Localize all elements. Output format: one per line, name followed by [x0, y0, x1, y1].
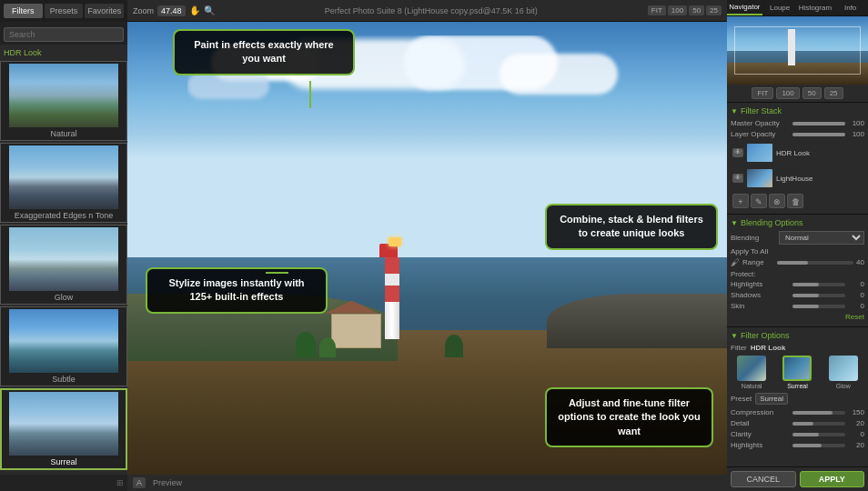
- search-input[interactable]: [4, 27, 124, 42]
- layer-eye-lh[interactable]: 👁: [732, 174, 743, 183]
- fit-btn-25[interactable]: 25: [706, 5, 722, 15]
- zoom-tool-icon[interactable]: 🔍: [204, 5, 215, 15]
- blending-options-title: ▼ Blending Options: [731, 218, 864, 227]
- callout-combine: Combine, stack & blend filters to create…: [545, 204, 718, 250]
- main-canvas[interactable]: Paint in effects exactly where you want …: [127, 22, 727, 475]
- clarity-fill: [792, 433, 819, 436]
- callout-paint-text: Paint in effects exactly where you want: [194, 39, 333, 64]
- layer-lh: 👁 LightHouse: [731, 166, 864, 190]
- reset-link[interactable]: Reset: [731, 313, 864, 321]
- left-panel-footer: ⊞: [0, 475, 127, 491]
- search-bar: [0, 22, 127, 45]
- preset-row-value: Surreal: [755, 393, 788, 405]
- shadows-track[interactable]: [792, 294, 845, 297]
- compression-track[interactable]: [792, 411, 845, 415]
- lighthouse-light: [389, 237, 401, 246]
- apply-to-label: Apply To All: [731, 247, 864, 256]
- rpanel-tab-navigator[interactable]: Navigator: [727, 0, 762, 15]
- shoreline-right: [547, 294, 727, 348]
- preset-thumb-subtle: [9, 309, 118, 373]
- filter-thumbnails: Natural Surreal Glow: [731, 356, 864, 389]
- clarity-row: Clarity 0: [731, 430, 864, 438]
- master-opacity-label: Master Opacity: [731, 119, 790, 127]
- layer-name-lh: LightHouse: [776, 175, 863, 183]
- apply-button[interactable]: APPLY: [800, 471, 865, 487]
- filter-options-arrow: ▼: [731, 332, 738, 340]
- detail-track[interactable]: [792, 422, 845, 426]
- left-panel-tabs: Filters Presets Favorites: [0, 0, 127, 22]
- tab-presets[interactable]: Presets: [45, 4, 84, 18]
- fit-buttons-right: FIT 100 50 25: [648, 5, 722, 15]
- brush-label: Range: [742, 258, 774, 266]
- shadows-fill: [792, 294, 819, 297]
- cloud-4: [500, 54, 618, 95]
- fit-btn-fit[interactable]: FIT: [648, 5, 666, 15]
- nav-btn-25[interactable]: 25: [824, 87, 843, 99]
- shadows-value: 0: [848, 291, 864, 299]
- fo-highlights-label: Highlights: [731, 441, 790, 449]
- rpanel-tab-histogram[interactable]: Histogram: [798, 0, 833, 15]
- compression-value: 150: [848, 408, 864, 416]
- tab-favorites[interactable]: Favorites: [85, 4, 124, 18]
- brush-value: 40: [856, 258, 864, 266]
- preset-item-exaggerated[interactable]: Exaggerated Edges n Tone: [0, 143, 127, 223]
- blending-mode-row: Blending Normal: [731, 231, 864, 245]
- preset-item-glow[interactable]: Glow: [0, 225, 127, 305]
- keepers-house: [331, 314, 381, 348]
- rpanel-tab-loupe[interactable]: Loupe: [762, 0, 798, 15]
- layer-add-btn[interactable]: +: [732, 194, 749, 208]
- fo-highlights-track[interactable]: [792, 444, 845, 447]
- preset-item-subtle[interactable]: Subtle: [0, 306, 127, 386]
- callout-combine-text: Combine, stack & blend filters to create…: [560, 214, 703, 238]
- hand-tool-icon[interactable]: ✋: [189, 5, 200, 15]
- detail-value: 20: [848, 419, 864, 427]
- rpanel-tab-info[interactable]: Info: [833, 0, 868, 15]
- skin-track[interactable]: [792, 305, 845, 308]
- clarity-label: Clarity: [731, 430, 790, 438]
- filter-thumb-glow[interactable]: Glow: [829, 356, 858, 389]
- filter-thumb-natural-img: [737, 356, 766, 381]
- layer-eye-hdr[interactable]: 👁: [732, 148, 743, 157]
- highlights-track[interactable]: [792, 283, 845, 286]
- layer-opacity-track[interactable]: [792, 133, 845, 136]
- compression-label: Compression: [731, 408, 790, 416]
- filter-thumb-natural[interactable]: Natural: [737, 356, 766, 389]
- layer-delete-btn[interactable]: 🗑: [787, 194, 803, 208]
- brush-slider[interactable]: [777, 261, 853, 265]
- fo-highlights-fill: [792, 444, 822, 447]
- nav-btn-50[interactable]: 50: [802, 87, 822, 99]
- nav-btn-fit[interactable]: FIT: [752, 87, 773, 99]
- skin-row: Skin 0: [731, 302, 864, 310]
- callout-paint-effects: Paint in effects exactly where you want: [173, 29, 355, 75]
- filter-thumb-natural-label: Natural: [742, 383, 762, 389]
- preset-label-glow: Glow: [55, 293, 74, 302]
- preset-thumb-exaggerated: [9, 145, 118, 209]
- layer-opacity-row: Layer Opacity 100: [731, 130, 864, 138]
- master-opacity-track[interactable]: [792, 122, 845, 125]
- preset-item-surreal[interactable]: Surreal: [0, 388, 127, 470]
- fit-btn-50[interactable]: 50: [689, 5, 704, 15]
- tree-3: [445, 335, 463, 357]
- layer-thumb-lh: [747, 169, 772, 187]
- preview-toggle-icon[interactable]: A: [133, 477, 146, 488]
- blending-mode-select[interactable]: Normal: [779, 231, 864, 245]
- filter-thumb-surreal[interactable]: Surreal: [782, 356, 812, 389]
- filter-name-row: Filter HDR Look: [731, 344, 864, 352]
- tab-filters[interactable]: Filters: [4, 4, 43, 18]
- filter-name-value: HDR Look: [751, 344, 786, 352]
- layer-opacity-value: 100: [848, 130, 864, 138]
- shadows-row: Shadows 0: [731, 291, 864, 299]
- callout-adjust-text: Adjust and fine-tune filter options to c…: [558, 397, 700, 436]
- layer-edit-btn[interactable]: ✎: [751, 194, 767, 208]
- shadows-label: Shadows: [731, 291, 790, 299]
- preset-item-natural[interactable]: Natural: [0, 61, 127, 141]
- callout-stylize: Stylize images instantly with 125+ built…: [146, 267, 328, 314]
- nav-btn-100[interactable]: 100: [776, 87, 799, 99]
- layer-mask-btn[interactable]: ⊗: [769, 194, 785, 208]
- clarity-value: 0: [848, 430, 864, 438]
- fit-btn-100[interactable]: 100: [668, 5, 687, 15]
- clarity-track[interactable]: [792, 433, 845, 436]
- highlights-label: Highlights: [731, 280, 790, 288]
- filter-stack-section: ▼ Filter Stack Master Opacity 100 Layer …: [727, 102, 868, 214]
- cancel-button[interactable]: CANCEL: [731, 471, 796, 487]
